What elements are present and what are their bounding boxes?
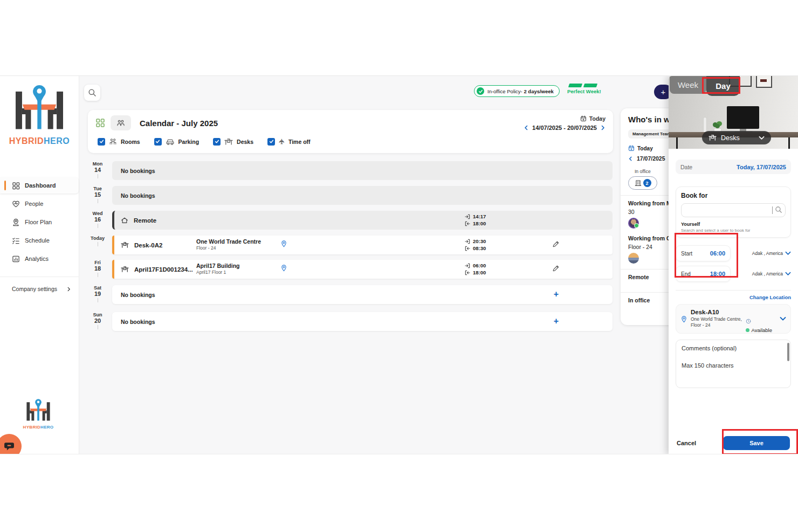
booking-times: 06:00 18:00 bbox=[465, 262, 486, 276]
sidebar-item-schedule[interactable]: Schedule bbox=[0, 232, 79, 248]
edit-booking-button[interactable] bbox=[552, 240, 560, 247]
screenshot-root: HYBRIDHERO Dashboard People Floor Plan bbox=[0, 0, 798, 532]
start-timezone-dropdown[interactable]: Adak , America bbox=[752, 251, 791, 256]
parking-checkbox[interactable] bbox=[154, 138, 162, 146]
search-icon[interactable] bbox=[775, 206, 782, 213]
chat-bubble-icon bbox=[3, 440, 15, 452]
desks-checkbox[interactable] bbox=[213, 138, 221, 146]
perfect-week-bars bbox=[567, 84, 598, 87]
comments-hint: Max 150 characters bbox=[682, 362, 785, 369]
day-label: Tue 15 bbox=[86, 186, 109, 203]
end-time-field[interactable]: End 18:00 bbox=[676, 266, 731, 282]
tab-week[interactable]: Week bbox=[670, 76, 706, 94]
chevron-left-icon[interactable] bbox=[628, 156, 633, 161]
desks-dropdown[interactable]: Desks bbox=[702, 131, 771, 144]
no-bookings-bar[interactable]: No bookings bbox=[112, 161, 613, 180]
no-bookings-bar[interactable]: No bookings bbox=[112, 186, 613, 205]
drawer-footer: Cancel Save bbox=[669, 431, 798, 454]
sidebar-item-analytics[interactable]: Analytics bbox=[0, 251, 79, 267]
grid-view-toggle[interactable] bbox=[95, 118, 105, 128]
location-pin-icon bbox=[680, 315, 687, 329]
add-booking-row-button[interactable]: + bbox=[554, 289, 559, 299]
check-in-icon bbox=[465, 239, 470, 244]
people-view-toggle[interactable] bbox=[111, 115, 131, 130]
no-bookings-bar[interactable]: No bookings + bbox=[112, 312, 613, 331]
day-tick bbox=[98, 224, 98, 228]
plus-icon: + bbox=[661, 87, 666, 96]
desk-icon bbox=[121, 266, 129, 273]
location-pin-icon[interactable] bbox=[280, 264, 287, 274]
available-dot-icon bbox=[746, 328, 749, 332]
date-range-nav: 14/07/2025 - 20/07/2025 bbox=[524, 125, 606, 131]
sidebar-item-dashboard[interactable]: Dashboard bbox=[0, 177, 79, 194]
building-icon bbox=[635, 179, 642, 186]
sidebar-item-people[interactable]: People bbox=[0, 196, 79, 212]
start-time-row: Start 06:00 Adak , America bbox=[676, 245, 791, 261]
parking-icon bbox=[166, 138, 175, 145]
airplane-icon: ✈ bbox=[278, 139, 286, 144]
calendar-icon[interactable] bbox=[628, 145, 635, 151]
whos-date-label: 17/07/2025 bbox=[637, 155, 665, 162]
cancel-button[interactable]: Cancel bbox=[677, 440, 696, 446]
monitor bbox=[727, 106, 759, 129]
sidebar-item-label: Analytics bbox=[25, 255, 49, 262]
search-button[interactable] bbox=[84, 85, 100, 101]
user-avatar[interactable] bbox=[628, 253, 639, 264]
tab-day[interactable]: Day bbox=[706, 76, 740, 96]
book-for-hint: Search and select a user to book for bbox=[681, 228, 786, 233]
hybridhero-footer-logo: HYBRIDHERO bbox=[19, 398, 57, 430]
start-time-field[interactable]: Start 06:00 bbox=[676, 245, 731, 261]
remote-booking-bar[interactable]: Remote 14:17 18:00 bbox=[112, 211, 613, 230]
day-label: Fri 18 bbox=[86, 260, 109, 277]
calendar-row-mon: Mon 14 No bookings bbox=[86, 161, 613, 181]
drawer-body: Date Today, 17/07/2025 Book for Yourself… bbox=[669, 160, 798, 388]
text-caret bbox=[772, 206, 773, 214]
chevron-left-icon[interactable] bbox=[524, 125, 529, 130]
add-booking-row-button[interactable]: + bbox=[554, 316, 559, 326]
user-avatar[interactable] bbox=[628, 218, 639, 229]
date-range-label: 14/07/2025 - 20/07/2025 bbox=[532, 125, 597, 131]
end-timezone-dropdown[interactable]: Adak , America bbox=[752, 271, 791, 277]
no-bookings-bar[interactable]: No bookings + bbox=[112, 285, 613, 304]
time-off-checkbox[interactable] bbox=[267, 138, 275, 146]
comments-field[interactable]: Comments (optional) Max 150 characters bbox=[676, 340, 791, 388]
sidebar-item-company-settings[interactable]: Company settings bbox=[0, 282, 79, 296]
chevron-down-icon[interactable] bbox=[780, 316, 786, 321]
desk-booking-bar[interactable]: Desk-0A2 One World Trade Centre Floor - … bbox=[112, 236, 613, 254]
filter-time-off: ✈ Time off bbox=[267, 137, 311, 146]
day-label: Wed 16 bbox=[86, 211, 109, 228]
change-location-link[interactable]: Change Location bbox=[676, 294, 791, 300]
people-icon bbox=[12, 200, 20, 208]
selected-desk-card[interactable]: Desk-A10 One World Trade Centre, Floor -… bbox=[676, 304, 791, 334]
sidebar-item-floor-plan[interactable]: Floor Plan bbox=[0, 214, 79, 230]
today-button[interactable]: Today bbox=[524, 115, 606, 122]
date-field[interactable]: Date Today, 17/07/2025 bbox=[676, 160, 791, 174]
calendar-row-tue: Tue 15 No bookings bbox=[86, 186, 613, 205]
save-button[interactable]: Save bbox=[723, 436, 790, 450]
day-tick bbox=[98, 199, 98, 203]
desk-icon bbox=[224, 138, 233, 146]
book-for-input[interactable] bbox=[681, 203, 786, 217]
chat-button[interactable] bbox=[0, 434, 22, 454]
day-label: Sun 20 bbox=[86, 312, 109, 329]
scrollbar-thumb[interactable] bbox=[787, 343, 789, 361]
check-in-icon bbox=[465, 214, 470, 219]
edit-booking-button[interactable] bbox=[552, 264, 560, 272]
perfect-week-label: Perfect Week! bbox=[567, 88, 598, 94]
day-tick bbox=[98, 242, 98, 246]
location-pin-icon[interactable] bbox=[280, 240, 287, 250]
desk-booking-bar[interactable]: April17F1D001234... April17 Building Apr… bbox=[112, 260, 613, 279]
chevron-right-icon[interactable] bbox=[600, 125, 606, 130]
in-office-count-pill[interactable]: 2 bbox=[628, 176, 657, 190]
desk-leg bbox=[676, 137, 678, 149]
comments-label: Comments (optional) bbox=[682, 345, 785, 351]
book-for-section: Book for Yourself Search and select a us… bbox=[676, 186, 791, 238]
desk-icon bbox=[708, 134, 717, 141]
rooms-checkbox[interactable] bbox=[98, 138, 105, 146]
desk-icon bbox=[121, 241, 129, 248]
sidebar-nav: Dashboard People Floor Plan Schedule bbox=[0, 177, 79, 269]
check-out-icon bbox=[465, 270, 470, 275]
calendar-row-wed: Wed 16 Remote 14:17 18:00 bbox=[86, 211, 613, 230]
clock-icon bbox=[746, 319, 772, 324]
sidebar-item-label: Dashboard bbox=[25, 182, 56, 189]
